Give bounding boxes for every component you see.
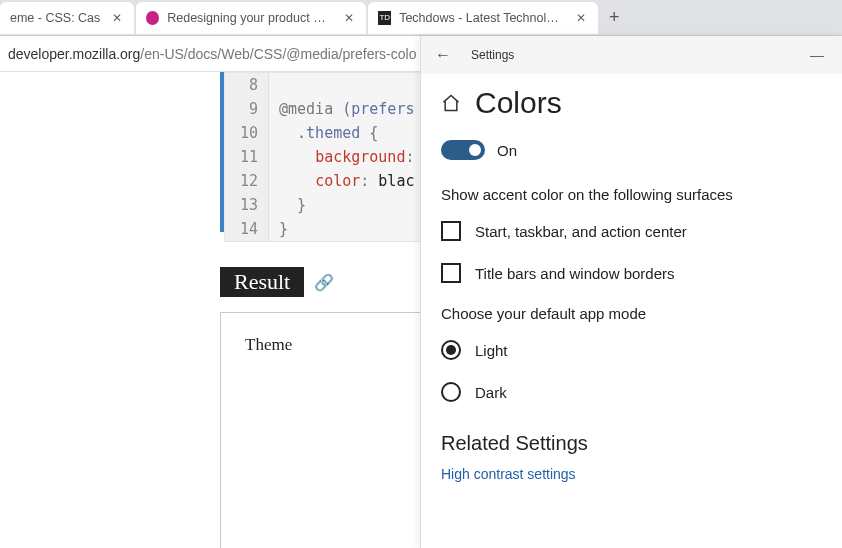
app-mode-section-label: Choose your default app mode <box>441 305 822 322</box>
line-number: 14 <box>225 217 269 241</box>
checkbox-label: Title bars and window borders <box>475 265 675 282</box>
colors-heading-row: Colors <box>441 86 822 120</box>
close-icon[interactable]: ✕ <box>108 9 126 27</box>
accent-section-label: Show accent color on the following surfa… <box>441 186 822 203</box>
wordpress-icon <box>146 11 159 25</box>
checkbox-icon <box>441 221 461 241</box>
checkbox-icon <box>441 263 461 283</box>
checkbox-title-bars[interactable]: Title bars and window borders <box>441 263 822 283</box>
toggle-state-label: On <box>497 142 517 159</box>
radio-dark[interactable]: Dark <box>441 382 822 402</box>
related-settings-heading: Related Settings <box>441 432 822 455</box>
tab-3[interactable]: TD Techdows - Latest Technology N ✕ <box>368 2 598 34</box>
close-icon[interactable]: ✕ <box>340 9 358 27</box>
theme-text: Theme <box>245 335 292 354</box>
checkbox-label: Start, taskbar, and action center <box>475 223 687 240</box>
back-icon[interactable]: ← <box>435 46 451 64</box>
techdows-icon: TD <box>378 11 391 25</box>
radio-light[interactable]: Light <box>441 340 822 360</box>
tab-label: Redesigning your product and w <box>167 11 332 25</box>
line-number: 11 <box>225 145 269 169</box>
line-number: 10 <box>225 121 269 145</box>
radio-icon <box>441 382 461 402</box>
result-heading: Result <box>220 267 304 297</box>
radio-icon <box>441 340 461 360</box>
radio-label: Dark <box>475 384 507 401</box>
windows-settings-panel: ← Settings — Colors On Show accent color… <box>420 36 842 548</box>
line-number: 8 <box>225 73 269 97</box>
close-icon[interactable]: ✕ <box>572 9 590 27</box>
link-icon[interactable]: 🔗 <box>314 273 334 292</box>
page-heading: Colors <box>475 86 562 120</box>
new-tab-button[interactable]: + <box>600 4 628 32</box>
radio-label: Light <box>475 342 508 359</box>
line-number: 9 <box>225 97 269 121</box>
line-number: 12 <box>225 169 269 193</box>
url-path: /en-US/docs/Web/CSS/@media/prefers-colo <box>140 46 416 62</box>
tab-label: eme - CSS: Cas <box>10 11 100 25</box>
tab-label: Techdows - Latest Technology N <box>399 11 564 25</box>
settings-titlebar: ← Settings — <box>421 36 842 74</box>
settings-body: Colors On Show accent color on the follo… <box>421 74 842 483</box>
accent-toggle[interactable] <box>441 140 485 160</box>
tab-2[interactable]: Redesigning your product and w ✕ <box>136 2 366 34</box>
browser-tab-strip: eme - CSS: Cas ✕ Redesigning your produc… <box>0 0 842 36</box>
url-host: developer.mozilla.org <box>8 46 140 62</box>
settings-title: Settings <box>471 48 514 62</box>
tab-1[interactable]: eme - CSS: Cas ✕ <box>0 2 134 34</box>
minimize-icon[interactable]: — <box>810 47 824 63</box>
home-icon[interactable] <box>441 93 461 113</box>
high-contrast-link[interactable]: High contrast settings <box>441 466 576 482</box>
checkbox-start-taskbar[interactable]: Start, taskbar, and action center <box>441 221 822 241</box>
accent-toggle-row: On <box>441 140 822 160</box>
line-number: 13 <box>225 193 269 217</box>
